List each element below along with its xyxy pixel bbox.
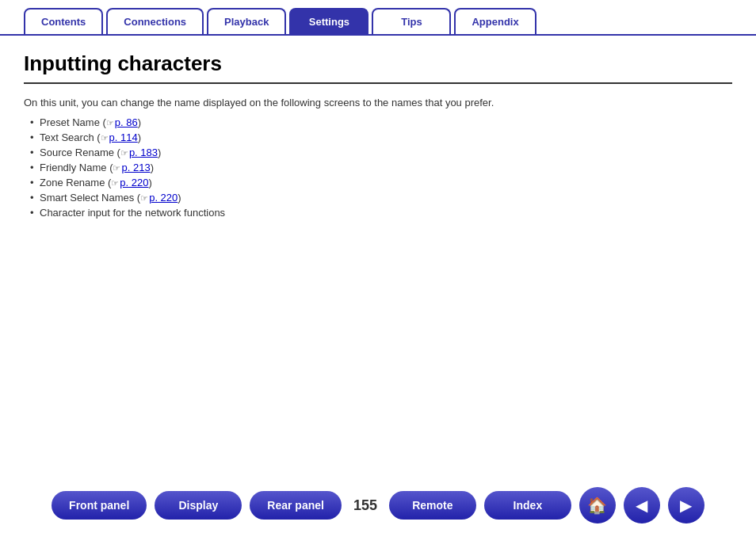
- back-arrow-icon: ◀: [636, 496, 647, 515]
- rear-panel-button[interactable]: Rear panel: [250, 491, 342, 520]
- tab-settings[interactable]: Settings: [289, 8, 368, 34]
- list-item-zone-rename: Zone Rename (☞p. 220): [32, 177, 732, 188]
- item-text: Preset Name (☞p. 86): [40, 116, 141, 128]
- list-item-friendly-name: Friendly Name (☞p. 213): [32, 162, 732, 173]
- list-item-smart-select: Smart Select Names (☞p. 220): [32, 192, 732, 204]
- page-number: 155: [349, 497, 381, 514]
- back-button[interactable]: ◀: [624, 487, 660, 523]
- zone-rename-link[interactable]: p. 220: [120, 177, 148, 188]
- list-item-text-search: Text Search (☞p. 114): [32, 131, 732, 143]
- item-text: Character input for the network function…: [40, 207, 225, 219]
- front-panel-button[interactable]: Front panel: [52, 491, 147, 520]
- nav-tabs: Contents Connections Playback Settings T…: [0, 0, 756, 36]
- forward-arrow-icon: ▶: [680, 496, 692, 515]
- list-item-network: Character input for the network function…: [32, 207, 732, 219]
- list-item-preset: Preset Name (☞p. 86): [32, 116, 732, 128]
- tab-playback[interactable]: Playback: [207, 8, 286, 34]
- item-text: Smart Select Names (☞p. 220): [40, 192, 181, 204]
- text-search-link[interactable]: p. 114: [109, 131, 138, 143]
- feature-list: Preset Name (☞p. 86) Text Search (☞p. 11…: [24, 116, 732, 219]
- tab-contents[interactable]: Contents: [24, 8, 103, 34]
- smart-select-link[interactable]: p. 220: [149, 192, 178, 204]
- item-text: Friendly Name (☞p. 213): [40, 162, 154, 173]
- home-button[interactable]: 🏠: [579, 487, 616, 523]
- page-title: Inputting characters: [24, 51, 732, 84]
- index-button[interactable]: Index: [484, 491, 571, 520]
- preset-link[interactable]: p. 86: [115, 116, 138, 128]
- tab-connections[interactable]: Connections: [106, 8, 204, 34]
- remote-button[interactable]: Remote: [389, 491, 476, 520]
- item-text: Text Search (☞p. 114): [40, 131, 141, 143]
- forward-button[interactable]: ▶: [668, 487, 704, 523]
- bottom-nav: Front panel Display Rear panel 155 Remot…: [0, 478, 756, 533]
- tab-tips[interactable]: Tips: [372, 8, 451, 34]
- friendly-name-link[interactable]: p. 213: [121, 162, 150, 173]
- main-content: Inputting characters On this unit, you c…: [0, 36, 756, 238]
- display-button[interactable]: Display: [155, 491, 242, 520]
- tab-appendix[interactable]: Appendix: [454, 8, 536, 34]
- item-text: Source Rename (☞p. 183): [40, 147, 161, 158]
- intro-text: On this unit, you can change the name di…: [24, 97, 732, 109]
- source-rename-link[interactable]: p. 183: [129, 147, 158, 158]
- list-item-source-rename: Source Rename (☞p. 183): [32, 147, 732, 158]
- item-text: Zone Rename (☞p. 220): [40, 177, 152, 188]
- home-icon: 🏠: [587, 496, 607, 515]
